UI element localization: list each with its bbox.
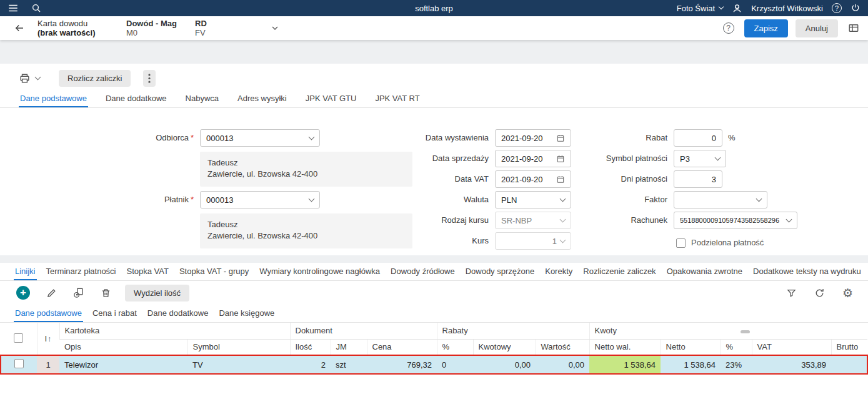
data-vat-input[interactable]: 2021-09-20	[495, 170, 571, 188]
save-button[interactable]: Zapisz	[744, 19, 788, 37]
odbiorca-select[interactable]: 000013	[200, 129, 320, 147]
tab-rozliczenie-zaliczek[interactable]: Rozliczenie zaliczek	[582, 267, 657, 280]
col-header-wartosc[interactable]: Wartość	[536, 339, 589, 355]
more-options-button[interactable]	[143, 70, 156, 87]
tab-stopka-vat-grupy[interactable]: Stopka VAT - grupy	[178, 267, 250, 280]
back-arrow-icon[interactable]	[14, 22, 25, 34]
subtab-cena-i-rabat[interactable]: Cena i rabat	[91, 308, 138, 322]
col-header-rabat-proc[interactable]: %	[437, 339, 473, 355]
checkbox-icon[interactable]	[676, 238, 686, 248]
company-selector[interactable]: Foto Świat	[677, 4, 723, 13]
select-all-checkbox[interactable]	[14, 333, 23, 343]
tab-wymiary-kontrolingowe[interactable]: Wymiary kontrolingowe nagłówka	[258, 267, 381, 280]
col-header-opis[interactable]: Opis	[59, 339, 187, 355]
col-header-netto-wal[interactable]: Netto wal.	[589, 339, 661, 355]
faktor-select[interactable]	[674, 191, 767, 208]
platnik-address-line1: Tadeusz	[207, 219, 405, 230]
platnik-select[interactable]: 000013	[200, 191, 320, 208]
col-header-jm[interactable]: JM	[331, 339, 367, 355]
rozlicz-zaliczki-button[interactable]: Rozlicz zaliczki	[59, 70, 131, 87]
faktor-label: Faktor	[562, 191, 667, 208]
tab-adres-wysylki[interactable]: Adres wysyłki	[236, 94, 288, 107]
col-header-netto[interactable]: Netto	[661, 339, 721, 355]
delete-trash-icon[interactable]	[101, 288, 111, 298]
cell-jm: szt	[331, 355, 367, 374]
tab-dowody-zrodlowe[interactable]: Dowody źródłowe	[389, 267, 456, 280]
wydziel-ilosc-button[interactable]: Wydziel ilość	[125, 285, 189, 302]
col-header-cena[interactable]: Cena	[367, 339, 437, 355]
data-wystawienia-input[interactable]: 2021-09-20	[495, 129, 571, 147]
horizontal-scrollbar-thumb[interactable]	[741, 330, 750, 333]
help-outline-icon[interactable]	[723, 22, 734, 34]
tab-linijki[interactable]: Linijki	[14, 267, 37, 280]
document-title-block: Karta dowodu (brak wartości)	[37, 19, 126, 37]
odbiorca-address-line2: Zawiercie, ul. Bzowska 42-400	[207, 169, 405, 180]
search-icon[interactable]	[31, 3, 41, 13]
col-header-symbol[interactable]: Symbol	[187, 339, 290, 355]
refresh-icon[interactable]	[814, 288, 825, 298]
power-icon[interactable]	[851, 3, 861, 13]
tab-dodatkowe-teksty[interactable]: Dodatkowe teksty na wydruku	[752, 267, 862, 280]
edit-pencil-icon[interactable]	[46, 288, 57, 298]
filter-funnel-icon[interactable]	[786, 288, 797, 298]
cancel-button[interactable]: Anuluj	[796, 19, 838, 37]
header-expand-chevron-icon[interactable]	[270, 23, 280, 33]
subtab-dane-podstawowe[interactable]: Dane podstawowe	[14, 308, 83, 322]
col-header-brutto[interactable]: Brutto	[831, 339, 867, 355]
podzielona-platnosc-checkbox[interactable]: Podzielona płatność	[676, 234, 764, 252]
column-header-row: Opis Symbol Ilość JM Cena % Kwotowy Wart…	[1, 339, 867, 355]
tab-nabywca[interactable]: Nabywca	[184, 94, 220, 107]
document-card: Rozlicz zaliczki Dane podstawowe Dane do…	[0, 64, 868, 255]
print-icon[interactable]	[19, 72, 31, 84]
row-checkbox[interactable]	[14, 359, 24, 368]
tab-korekty[interactable]: Korekty	[544, 267, 574, 280]
copy-with-date-icon[interactable]	[73, 287, 84, 298]
hamburger-menu-icon[interactable]	[7, 2, 19, 14]
rachunek-select[interactable]: 55188000091059743582558296	[674, 212, 797, 229]
odbiorca-address-line1: Tadeusz	[207, 157, 405, 169]
group-header-kwoty[interactable]: Kwoty	[589, 323, 867, 339]
data-wystawienia-label: Data wystawienia	[381, 129, 489, 147]
rabat-input[interactable]: 0	[674, 129, 722, 147]
tab-jpk-vat-rt[interactable]: JPK VAT RT	[374, 94, 421, 107]
col-header-kwotowy[interactable]: Kwotowy	[473, 339, 536, 355]
group-header-kartoteka[interactable]: Kartoteka	[59, 323, 290, 339]
add-line-button[interactable]	[16, 286, 30, 300]
subtab-dane-dodatkowe[interactable]: Dane dodatkowe	[146, 308, 210, 322]
col-header-vat[interactable]: VAT	[752, 339, 831, 355]
tab-dowody-sprzezone[interactable]: Dowody sprzężone	[464, 267, 536, 280]
tab-opakowania-zwrotne[interactable]: Opakowania zwrotne	[666, 267, 744, 280]
tab-dane-podstawowe[interactable]: Dane podstawowe	[19, 94, 88, 107]
tab-jpk-vat-gtu[interactable]: JPK VAT GTU	[304, 94, 358, 107]
subtab-dane-ksiegowe[interactable]: Dane księgowe	[217, 308, 276, 322]
tab-terminarz-platnosci[interactable]: Terminarz płatności	[45, 267, 117, 280]
table-row[interactable]: 1 Telewizor TV 2 szt 769,32 0 0,00 0,00 …	[1, 355, 867, 374]
grid-toolbar: Wydziel ilość	[0, 281, 868, 305]
data-vat-label: Data VAT	[381, 170, 489, 188]
lines-table: I↑ Kartoteka Dokument Rabaty Kwoty Opis …	[0, 323, 868, 375]
group-header-dokument[interactable]: Dokument	[290, 323, 437, 339]
layout-grid-icon[interactable]	[848, 22, 859, 34]
help-icon[interactable]	[832, 3, 842, 13]
group-header-row: I↑ Kartoteka Dokument Rabaty Kwoty	[1, 323, 867, 339]
cell-brutto	[831, 355, 867, 374]
dni-platnosci-input[interactable]: 3	[674, 170, 722, 188]
col-header-vat-proc[interactable]: %	[721, 339, 752, 355]
chevron-down-icon	[309, 195, 315, 202]
doc-type-value: M0	[126, 28, 195, 37]
group-header-rabaty[interactable]: Rabaty	[437, 323, 589, 339]
rabat-suffix: %	[728, 129, 736, 147]
platnik-address-line2: Zawiercie, ul. Bzowska 42-400	[207, 230, 405, 242]
print-options-chevron-icon[interactable]	[35, 74, 41, 80]
grid-sub-tabs: Dane podstawowe Cena i rabat Dane dodatk…	[0, 305, 868, 323]
main-tabs: Dane podstawowe Dane dodatkowe Nabywca A…	[0, 90, 868, 108]
col-header-ilosc[interactable]: Ilość	[290, 339, 331, 355]
avatar[interactable]	[732, 3, 742, 14]
data-sprzedazy-input[interactable]: 2021-09-20	[495, 150, 571, 167]
tab-dane-dodatkowe[interactable]: Dane dodatkowe	[104, 94, 168, 107]
sort-column-header[interactable]: I↑	[37, 323, 59, 355]
settings-gear-icon[interactable]	[842, 287, 853, 299]
waluta-select[interactable]: PLN	[495, 191, 571, 208]
tab-stopka-vat[interactable]: Stopka VAT	[126, 267, 170, 280]
symbol-platnosci-select[interactable]: P3	[674, 150, 726, 167]
